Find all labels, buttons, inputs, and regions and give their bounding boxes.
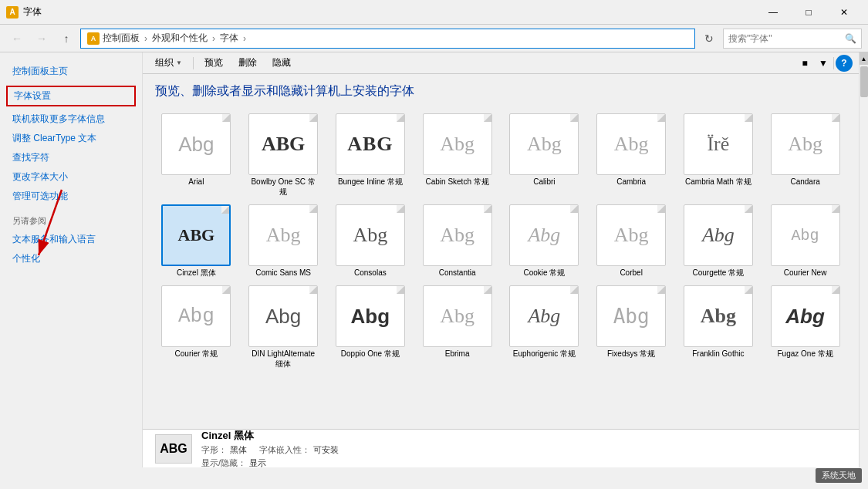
fonts-grid: AbgArialABGBowlby One SC 常规ABGBungee Inl… xyxy=(143,106,859,429)
address-icon: A xyxy=(87,32,100,45)
minimize-button[interactable]: — xyxy=(755,0,791,25)
search-icon: 🔍 xyxy=(845,33,856,44)
font-preview-text: Abg xyxy=(527,133,562,156)
font-item[interactable]: AbgEbrima xyxy=(416,284,498,370)
font-item[interactable]: AbgCourier 常规 xyxy=(155,284,238,370)
font-icon: Abg xyxy=(423,285,492,347)
font-name-label: Arial xyxy=(188,177,204,187)
font-item[interactable]: AbgComic Sans MS xyxy=(242,203,325,279)
sidebar-link-find-char[interactable]: 查找字符 xyxy=(0,148,142,167)
view-arrow-button[interactable]: ▼ xyxy=(815,55,832,72)
font-name-label: Bungee Inline 常规 xyxy=(338,177,403,187)
view-options-button[interactable]: ■ xyxy=(796,55,813,72)
font-item[interactable]: ABGCinzel 黑体 xyxy=(155,203,238,279)
font-icon: Abg xyxy=(771,204,840,266)
back-button[interactable]: ← xyxy=(6,28,28,49)
delete-button[interactable]: 删除 xyxy=(232,55,263,72)
font-name-label: Courier New xyxy=(784,268,827,278)
search-input[interactable] xyxy=(728,33,842,44)
forward-button[interactable]: → xyxy=(31,28,52,49)
font-item[interactable]: ÏrěCambria Math 常规 xyxy=(677,112,760,198)
status-row-1: 字形： 黑体 字体嵌入性： 可安装 xyxy=(201,444,339,456)
status-show-label: 显示/隐藏： xyxy=(201,457,246,468)
font-icon: Abg xyxy=(509,113,579,175)
font-item[interactable]: AbgArial xyxy=(155,112,238,198)
font-item[interactable]: AbgCookie 常规 xyxy=(503,203,586,279)
font-item[interactable]: ABGBungee Inline 常规 xyxy=(329,112,412,198)
status-embed-label: 字体嵌入性： xyxy=(259,444,310,456)
addressbar: ← → ↑ A 控制面板 › 外观和个性化 › 字体 › ↻ 🔍 xyxy=(0,25,868,52)
status-preview: ABG xyxy=(155,434,192,464)
font-preview-text: Abg xyxy=(701,305,736,328)
font-item[interactable]: AbgCorbel xyxy=(590,203,673,279)
font-item[interactable]: AbgDoppio One 常规 xyxy=(329,284,412,370)
sidebar-link-manage[interactable]: 管理可选功能 xyxy=(0,187,142,206)
font-icon: Abg xyxy=(161,285,231,347)
font-preview-text: Ïrě xyxy=(707,133,729,156)
status-form-label: 字形： xyxy=(201,444,227,456)
font-icon: ABG xyxy=(248,113,318,175)
close-button[interactable]: ✕ xyxy=(826,0,862,25)
font-icon: Abg xyxy=(161,113,231,175)
statusbar: ABG Cinzel 黑体 字形： 黑体 字体嵌入性： 可安装 xyxy=(143,429,859,467)
up-button[interactable]: ↑ xyxy=(56,28,77,49)
sidebar-link-personalize[interactable]: 个性化 xyxy=(0,249,142,268)
font-preview-text: Abg xyxy=(440,224,475,247)
font-icon: Abg xyxy=(423,204,492,266)
font-icon: ABG xyxy=(336,113,405,175)
status-form-value: 黑体 xyxy=(230,444,247,456)
font-name-label: Courier 常规 xyxy=(175,349,218,359)
font-name-label: Ebrima xyxy=(445,349,470,359)
font-item[interactable]: AbgCandara xyxy=(764,112,846,198)
font-preview-text: Abg xyxy=(528,305,560,328)
font-name-label: Cambria xyxy=(616,177,646,187)
font-item[interactable]: AbgCourgette 常规 xyxy=(677,203,760,279)
font-icon: Abg xyxy=(596,204,666,266)
refresh-button[interactable]: ↻ xyxy=(698,29,720,49)
sidebar-link-font-settings[interactable]: 字体设置 xyxy=(6,86,136,106)
sidebar-section-title: 另请参阅 xyxy=(0,206,142,230)
app-icon: A xyxy=(6,6,19,19)
sidebar-link-cleartype[interactable]: 调整 ClearType 文本 xyxy=(0,129,142,148)
font-preview-text: Abg xyxy=(792,227,819,244)
hide-button[interactable]: 隐藏 xyxy=(266,55,297,72)
font-item[interactable]: AbgDIN LightAlternate 细体 xyxy=(242,284,325,370)
maximize-button[interactable]: □ xyxy=(791,0,826,25)
font-name-label: Franklin Gothic xyxy=(692,349,744,359)
font-icon: Abg xyxy=(596,113,666,175)
font-icon: Abg xyxy=(684,204,753,266)
watermark: 系统天地 xyxy=(816,468,862,483)
status-form-field: 字形： 黑体 xyxy=(201,444,247,456)
font-icon: Abg xyxy=(771,285,840,347)
sidebar-link-online[interactable]: 联机获取更多字体信息 xyxy=(0,110,142,129)
font-preview-text: Abg xyxy=(178,305,214,328)
breadcrumb-part2: 外观和个性化 xyxy=(152,32,208,45)
font-item[interactable]: ABGBowlby One SC 常规 xyxy=(242,112,325,198)
font-name-label: Cabin Sketch 常规 xyxy=(425,177,488,187)
font-item[interactable]: AbgConstantia xyxy=(416,203,498,279)
font-item[interactable]: AbgFugaz One 常规 xyxy=(764,284,846,370)
font-item[interactable]: AbgConsolas xyxy=(329,203,412,279)
preview-button[interactable]: 预览 xyxy=(198,55,229,72)
font-item[interactable]: AbgEuphorigenic 常规 xyxy=(503,284,586,370)
font-item[interactable]: AbgCalibri xyxy=(503,112,586,198)
font-item[interactable]: AbgFranklin Gothic xyxy=(677,284,760,370)
font-name-label: Doppio One 常规 xyxy=(341,349,400,359)
font-preview-text: Abg xyxy=(702,224,735,247)
font-item[interactable]: AbgCabin Sketch 常规 xyxy=(416,112,498,198)
sidebar-link-text-services[interactable]: 文本服务和输入语言 xyxy=(0,230,142,249)
font-preview-text: Abg xyxy=(265,305,301,329)
sidebar-link-home[interactable]: 控制面板主页 xyxy=(0,62,142,81)
organize-button[interactable]: 组织 ▼ xyxy=(149,55,188,72)
font-icon: Abg xyxy=(771,113,840,175)
help-button[interactable]: ? xyxy=(836,55,853,72)
font-item[interactable]: AbgCambria xyxy=(590,112,673,198)
sidebar-link-change-size[interactable]: 更改字体大小 xyxy=(0,167,142,187)
search-box[interactable]: 🔍 xyxy=(723,29,862,49)
font-icon: Abg xyxy=(248,204,318,266)
address-bar[interactable]: A 控制面板 › 外观和个性化 › 字体 › xyxy=(80,29,695,49)
font-item[interactable]: AbgCourier New xyxy=(764,203,846,279)
font-name-label: Calibri xyxy=(533,177,555,187)
scrollbar[interactable]: ▲ xyxy=(859,52,868,467)
font-item[interactable]: AbgFixedsys 常规 xyxy=(590,284,673,370)
